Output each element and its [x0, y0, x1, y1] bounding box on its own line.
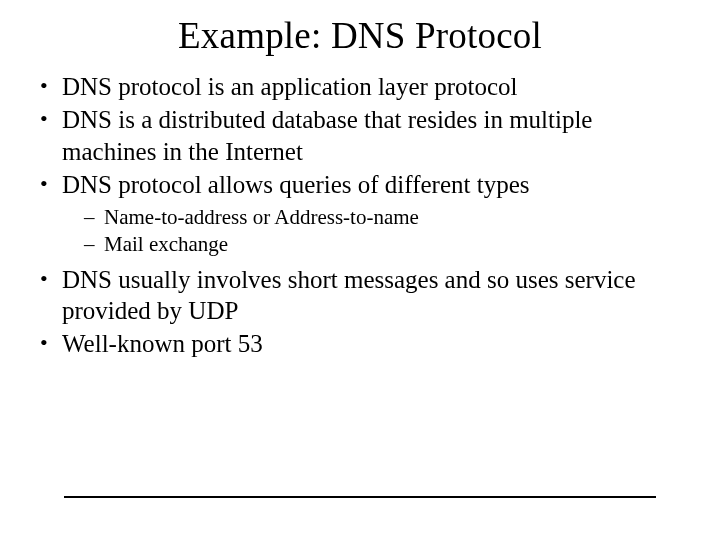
- bullet-item: DNS protocol allows queries of different…: [34, 169, 686, 258]
- slide: Example: DNS Protocol DNS protocol is an…: [0, 0, 720, 540]
- slide-body: DNS protocol is an application layer pro…: [0, 57, 720, 359]
- slide-title: Example: DNS Protocol: [0, 0, 720, 57]
- bullet-text: DNS protocol allows queries of different…: [62, 171, 530, 198]
- sub-bullet-item: Mail exchange: [82, 231, 686, 257]
- sub-bullet-list: Name-to-address or Address-to-name Mail …: [62, 204, 686, 258]
- bullet-item: DNS protocol is an application layer pro…: [34, 71, 686, 102]
- bullet-list: DNS protocol is an application layer pro…: [34, 71, 686, 359]
- footer-divider: [64, 496, 656, 498]
- bullet-item: DNS usually involves short messages and …: [34, 264, 686, 327]
- sub-bullet-item: Name-to-address or Address-to-name: [82, 204, 686, 230]
- bullet-item: DNS is a distributed database that resid…: [34, 104, 686, 167]
- bullet-item: Well-known port 53: [34, 328, 686, 359]
